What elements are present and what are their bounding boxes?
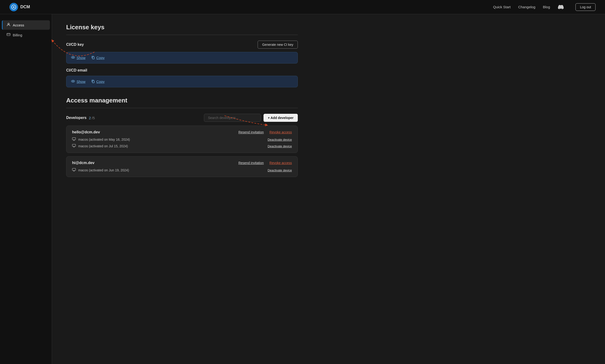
cicd-email-show-button[interactable]: Show (71, 79, 85, 84)
developer-0-revoke-button[interactable]: Revoke access (269, 130, 292, 134)
developer-card-0-header: hello@dcm.dev Resend invitation Revoke a… (72, 130, 292, 134)
developer-0-device-0: macos (activated on May 16, 2024) Deacti… (72, 137, 292, 142)
logo-text: DCM (20, 4, 30, 9)
cicd-key-header: CI/CD key Generate new CI key (66, 41, 298, 49)
developers-label: Developers (66, 116, 86, 120)
sidebar-access-label: Access (13, 23, 24, 27)
nav-blog[interactable]: Blog (543, 5, 550, 9)
cicd-email-box: Show Copy (66, 76, 298, 87)
top-navigation: DCM Quick Start Changelog Blog Log out (0, 0, 605, 14)
cicd-email-copy-label: Copy (96, 79, 105, 84)
add-developer-button[interactable]: + Add developer (263, 114, 298, 122)
svg-rect-6 (92, 57, 94, 59)
developer-0-device-1-deactivate[interactable]: Deactivate device (268, 144, 292, 148)
cicd-email-show-label: Show (77, 79, 85, 84)
sidebar-billing-label: Billing (13, 33, 22, 37)
svg-rect-9 (92, 81, 94, 83)
nav-changelog[interactable]: Changelog (518, 5, 536, 9)
logo: DCM (9, 3, 30, 11)
developer-0-device-1-info: macos (activated on Jul 15, 2024) (78, 144, 265, 148)
app-layout: Access Billing License keys CI/CD key Ge… (0, 14, 605, 364)
developer-1-email: hi@dcm.dev (72, 161, 238, 165)
logo-icon (9, 3, 18, 11)
sidebar-item-access[interactable]: Access (2, 20, 50, 30)
svg-rect-10 (72, 138, 76, 140)
logout-button[interactable]: Log out (576, 3, 596, 11)
discord-icon[interactable] (558, 4, 564, 10)
svg-rect-2 (7, 33, 10, 36)
developers-current-count: 2 (89, 116, 91, 120)
license-keys-divider (66, 35, 298, 35)
access-management-title: Access management (66, 97, 298, 104)
developer-0-resend-button[interactable]: Resend invitation (238, 130, 264, 134)
developer-1-revoke-button[interactable]: Revoke access (269, 161, 292, 165)
access-icon (7, 23, 10, 27)
developers-actions: + Add developer (204, 114, 298, 122)
developer-0-device-0-info: macos (activated on May 16, 2024) (78, 138, 265, 141)
monitor-icon-0-0 (72, 137, 76, 142)
sidebar-item-billing[interactable]: Billing (2, 30, 50, 40)
developer-card-1: hi@dcm.dev Resend invitation Revoke acce… (66, 156, 298, 177)
cicd-email-header: CI/CD email (66, 68, 298, 72)
svg-point-8 (72, 81, 73, 82)
cicd-key-label: CI/CD key (66, 42, 84, 47)
cicd-key-show-button[interactable]: Show (71, 55, 85, 60)
developer-card-1-header: hi@dcm.dev Resend invitation Revoke acce… (72, 161, 292, 165)
cicd-email-copy-button[interactable]: Copy (91, 79, 105, 84)
developer-1-actions: Resend invitation Revoke access (238, 161, 292, 165)
developer-1-resend-button[interactable]: Resend invitation (238, 161, 264, 165)
svg-point-1 (8, 23, 9, 25)
developer-card-0: hello@dcm.dev Resend invitation Revoke a… (66, 126, 298, 153)
developers-header: Developers 2 / 5 + Add developer (66, 114, 298, 122)
eye-icon (71, 55, 75, 60)
developer-1-device-0-info: macos (activated on Jun 19, 2024) (78, 168, 265, 172)
svg-rect-12 (72, 168, 76, 170)
developer-0-device-1: macos (activated on Jul 15, 2024) Deacti… (72, 144, 292, 148)
developer-0-email: hello@dcm.dev (72, 130, 238, 134)
access-management-section: Access management Developers 2 / 5 + Add… (66, 97, 298, 177)
cicd-key-box: Show Copy (66, 52, 298, 64)
svg-rect-11 (72, 144, 76, 146)
svg-point-5 (72, 57, 73, 58)
developer-0-device-0-deactivate[interactable]: Deactivate device (268, 138, 292, 141)
cicd-key-copy-button[interactable]: Copy (91, 56, 105, 60)
monitor-icon-1-0 (72, 168, 76, 173)
main-content: License keys CI/CD key Generate new CI k… (52, 14, 312, 364)
billing-icon (7, 33, 10, 37)
search-developers-input[interactable] (204, 114, 261, 122)
nav-links: Quick Start Changelog Blog (493, 4, 564, 10)
sidebar: Access Billing (0, 14, 52, 364)
developer-1-device-0-deactivate[interactable]: Deactivate device (268, 169, 292, 172)
developer-1-device-0: macos (activated on Jun 19, 2024) Deacti… (72, 168, 292, 173)
license-keys-title: License keys (66, 24, 298, 31)
copy-icon-1 (91, 56, 95, 60)
eye-icon-2 (71, 79, 75, 84)
nav-quickstart[interactable]: Quick Start (493, 5, 511, 9)
cicd-key-show-label: Show (77, 56, 85, 60)
developers-total-count: 5 (93, 116, 95, 120)
cicd-key-copy-label: Copy (96, 56, 105, 60)
generate-ci-key-button[interactable]: Generate new CI key (258, 41, 298, 49)
copy-icon-2 (91, 79, 95, 84)
cicd-email-label: CI/CD email (66, 68, 87, 72)
monitor-icon-0-1 (72, 144, 76, 148)
developer-0-actions: Resend invitation Revoke access (238, 130, 292, 134)
access-management-divider (66, 108, 298, 108)
